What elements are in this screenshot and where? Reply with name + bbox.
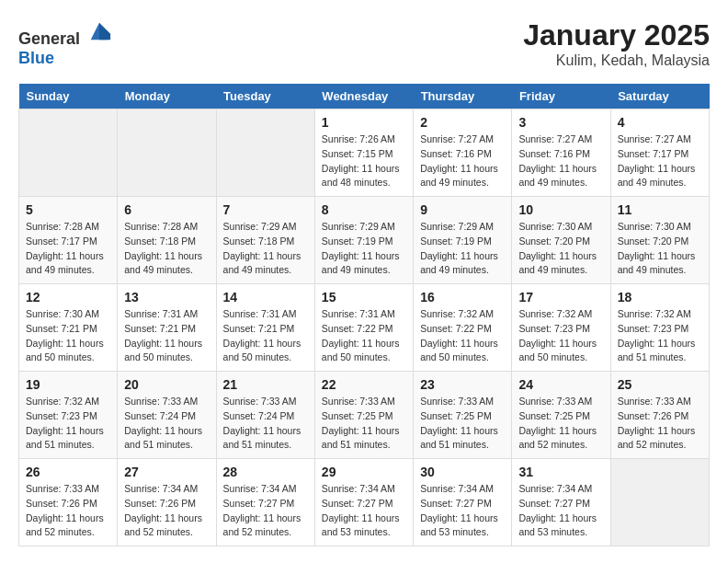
calendar-cell: 11Sunrise: 7:30 AMSunset: 7:20 PMDayligh…: [610, 197, 709, 284]
header-tuesday: Tuesday: [216, 84, 314, 109]
calendar-cell: 14Sunrise: 7:31 AMSunset: 7:21 PMDayligh…: [216, 284, 314, 372]
day-info: Sunrise: 7:34 AMSunset: 7:27 PMDaylight:…: [223, 482, 308, 540]
calendar-header-row: SundayMondayTuesdayWednesdayThursdayFrid…: [19, 84, 710, 109]
calendar-cell: 9Sunrise: 7:29 AMSunset: 7:19 PMDaylight…: [414, 197, 512, 284]
calendar-cell: 19Sunrise: 7:32 AMSunset: 7:23 PMDayligh…: [19, 372, 118, 459]
day-number: 12: [26, 290, 110, 304]
day-info: Sunrise: 7:33 AMSunset: 7:25 PMDaylight:…: [420, 395, 505, 453]
day-number: 19: [26, 377, 110, 392]
calendar-subtitle: Kulim, Kedah, Malaysia: [523, 52, 710, 69]
calendar-cell: 30Sunrise: 7:34 AMSunset: 7:27 PMDayligh…: [414, 459, 512, 546]
calendar-table: SundayMondayTuesdayWednesdayThursdayFrid…: [18, 84, 710, 546]
day-number: 15: [322, 290, 406, 304]
day-info: Sunrise: 7:34 AMSunset: 7:26 PMDaylight:…: [124, 482, 209, 540]
calendar-cell: 29Sunrise: 7:34 AMSunset: 7:27 PMDayligh…: [314, 459, 413, 546]
calendar-cell: 24Sunrise: 7:33 AMSunset: 7:25 PMDayligh…: [512, 372, 610, 459]
day-number: 31: [518, 465, 603, 479]
day-info: Sunrise: 7:31 AMSunset: 7:22 PMDaylight:…: [322, 307, 406, 365]
day-number: 23: [420, 377, 505, 392]
day-number: 11: [618, 202, 702, 217]
calendar-cell: [118, 109, 216, 197]
day-info: Sunrise: 7:29 AMSunset: 7:18 PMDaylight:…: [223, 220, 308, 278]
calendar-cell: [216, 109, 314, 197]
day-info: Sunrise: 7:33 AMSunset: 7:25 PMDaylight:…: [322, 395, 406, 453]
day-number: 14: [223, 290, 308, 304]
day-number: 10: [518, 202, 603, 217]
calendar-cell: 7Sunrise: 7:29 AMSunset: 7:18 PMDaylight…: [216, 197, 314, 284]
day-info: Sunrise: 7:33 AMSunset: 7:24 PMDaylight:…: [124, 395, 209, 453]
day-number: 30: [420, 465, 505, 479]
header-wednesday: Wednesday: [314, 84, 413, 109]
day-number: 28: [223, 465, 308, 479]
day-info: Sunrise: 7:30 AMSunset: 7:20 PMDaylight:…: [518, 220, 603, 278]
day-info: Sunrise: 7:30 AMSunset: 7:21 PMDaylight:…: [26, 307, 110, 365]
day-info: Sunrise: 7:27 AMSunset: 7:16 PMDaylight:…: [518, 132, 603, 190]
day-number: 8: [322, 202, 406, 217]
calendar-cell: 22Sunrise: 7:33 AMSunset: 7:25 PMDayligh…: [314, 372, 413, 459]
day-info: Sunrise: 7:34 AMSunset: 7:27 PMDaylight:…: [322, 482, 406, 540]
calendar-cell: 6Sunrise: 7:28 AMSunset: 7:18 PMDaylight…: [118, 197, 216, 284]
calendar-cell: 8Sunrise: 7:29 AMSunset: 7:19 PMDaylight…: [314, 197, 413, 284]
logo-text-general: General: [18, 29, 80, 48]
day-info: Sunrise: 7:27 AMSunset: 7:16 PMDaylight:…: [420, 132, 505, 190]
logo: General Blue: [18, 18, 112, 68]
header-friday: Friday: [512, 84, 610, 109]
header-saturday: Saturday: [610, 84, 709, 109]
calendar-cell: 16Sunrise: 7:32 AMSunset: 7:22 PMDayligh…: [414, 284, 512, 372]
day-number: 25: [618, 377, 702, 392]
day-info: Sunrise: 7:32 AMSunset: 7:23 PMDaylight:…: [518, 307, 603, 365]
day-number: 22: [322, 377, 406, 392]
day-info: Sunrise: 7:29 AMSunset: 7:19 PMDaylight:…: [420, 220, 505, 278]
header-sunday: Sunday: [19, 84, 118, 109]
day-info: Sunrise: 7:34 AMSunset: 7:27 PMDaylight:…: [420, 482, 505, 540]
page-header: General Blue January 2025 Kulim, Kedah, …: [18, 18, 710, 69]
svg-marker-1: [99, 23, 110, 40]
day-info: Sunrise: 7:29 AMSunset: 7:19 PMDaylight:…: [322, 220, 406, 278]
logo-text-blue: Blue: [18, 49, 54, 67]
day-number: 24: [518, 377, 603, 392]
calendar-cell: 12Sunrise: 7:30 AMSunset: 7:21 PMDayligh…: [19, 284, 118, 372]
calendar-cell: 23Sunrise: 7:33 AMSunset: 7:25 PMDayligh…: [414, 372, 512, 459]
calendar-week-3: 12Sunrise: 7:30 AMSunset: 7:21 PMDayligh…: [19, 284, 710, 372]
calendar-cell: 26Sunrise: 7:33 AMSunset: 7:26 PMDayligh…: [19, 459, 118, 546]
day-info: Sunrise: 7:33 AMSunset: 7:25 PMDaylight:…: [518, 395, 603, 453]
calendar-cell: 21Sunrise: 7:33 AMSunset: 7:24 PMDayligh…: [216, 372, 314, 459]
calendar-week-4: 19Sunrise: 7:32 AMSunset: 7:23 PMDayligh…: [19, 372, 710, 459]
calendar-cell: 2Sunrise: 7:27 AMSunset: 7:16 PMDaylight…: [414, 109, 512, 197]
day-number: 29: [322, 465, 406, 479]
calendar-cell: 27Sunrise: 7:34 AMSunset: 7:26 PMDayligh…: [118, 459, 216, 546]
day-number: 6: [124, 202, 209, 217]
day-number: 1: [322, 115, 406, 130]
day-number: 5: [26, 202, 110, 217]
day-number: 7: [223, 202, 308, 217]
day-info: Sunrise: 7:32 AMSunset: 7:22 PMDaylight:…: [420, 307, 505, 365]
day-info: Sunrise: 7:33 AMSunset: 7:24 PMDaylight:…: [223, 395, 308, 453]
day-info: Sunrise: 7:30 AMSunset: 7:20 PMDaylight:…: [618, 220, 702, 278]
day-number: 27: [124, 465, 209, 479]
day-info: Sunrise: 7:34 AMSunset: 7:27 PMDaylight:…: [518, 482, 603, 540]
calendar-cell: 28Sunrise: 7:34 AMSunset: 7:27 PMDayligh…: [216, 459, 314, 546]
day-info: Sunrise: 7:31 AMSunset: 7:21 PMDaylight:…: [124, 307, 209, 365]
day-number: 13: [124, 290, 209, 304]
day-number: 16: [420, 290, 505, 304]
calendar-week-1: 1Sunrise: 7:26 AMSunset: 7:15 PMDaylight…: [19, 109, 710, 197]
calendar-cell: 25Sunrise: 7:33 AMSunset: 7:26 PMDayligh…: [610, 372, 709, 459]
calendar-title: January 2025: [523, 18, 710, 52]
day-number: 4: [618, 115, 702, 130]
calendar-cell: [19, 109, 118, 197]
calendar-cell: 1Sunrise: 7:26 AMSunset: 7:15 PMDaylight…: [314, 109, 413, 197]
header-thursday: Thursday: [414, 84, 512, 109]
calendar-cell: 31Sunrise: 7:34 AMSunset: 7:27 PMDayligh…: [512, 459, 610, 546]
day-info: Sunrise: 7:28 AMSunset: 7:17 PMDaylight:…: [26, 220, 110, 278]
day-info: Sunrise: 7:28 AMSunset: 7:18 PMDaylight:…: [124, 220, 209, 278]
calendar-cell: 15Sunrise: 7:31 AMSunset: 7:22 PMDayligh…: [314, 284, 413, 372]
day-number: 26: [26, 465, 110, 479]
day-info: Sunrise: 7:26 AMSunset: 7:15 PMDaylight:…: [322, 132, 406, 190]
day-info: Sunrise: 7:31 AMSunset: 7:21 PMDaylight:…: [223, 307, 308, 365]
calendar-cell: 10Sunrise: 7:30 AMSunset: 7:20 PMDayligh…: [512, 197, 610, 284]
day-info: Sunrise: 7:32 AMSunset: 7:23 PMDaylight:…: [26, 395, 110, 453]
calendar-cell: 18Sunrise: 7:32 AMSunset: 7:23 PMDayligh…: [610, 284, 709, 372]
calendar-cell: 13Sunrise: 7:31 AMSunset: 7:21 PMDayligh…: [118, 284, 216, 372]
day-number: 20: [124, 377, 209, 392]
day-number: 17: [518, 290, 603, 304]
